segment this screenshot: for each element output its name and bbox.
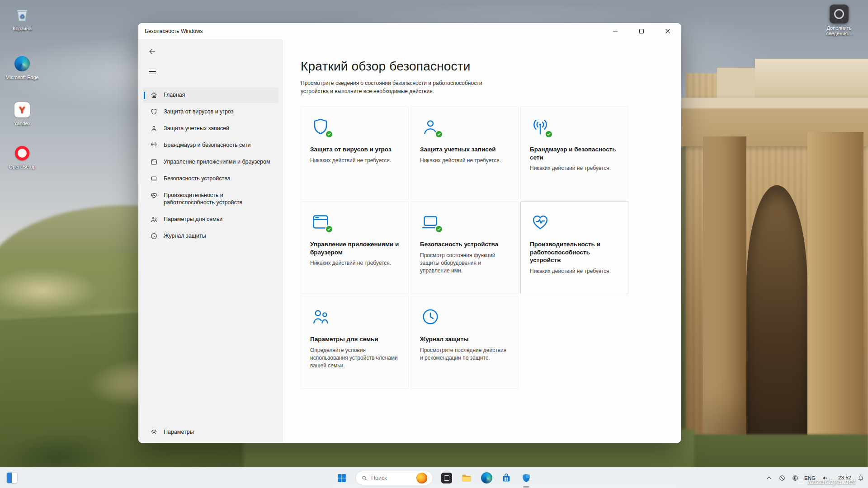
file-explorer-icon[interactable] [460, 472, 473, 484]
security-main-panel: Краткий обзор безопасности Просмотрите с… [283, 39, 681, 443]
tray-chevron-icon[interactable] [765, 474, 773, 482]
close-button[interactable] [655, 23, 681, 39]
widgets-icon[interactable] [5, 472, 18, 484]
status-ok-icon [325, 130, 333, 138]
card-device-performance-health[interactable]: Производительность и работоспособность у… [520, 201, 628, 294]
card-title: Производительность и работоспособность у… [530, 240, 619, 264]
sidebar-item-protection-history[interactable]: Журнал защиты [143, 228, 278, 244]
status-ok-icon [325, 225, 333, 233]
network-signal-icon [530, 117, 551, 137]
card-description: Никаких действий не требуется. [310, 157, 399, 164]
tray-blocked-icon[interactable] [778, 474, 786, 482]
card-protection-history[interactable]: Журнал защиты Просмотрите последние дейс… [410, 296, 519, 389]
wallpaper-bridge-pillar [807, 132, 864, 474]
sidebar-item-app-browser-control[interactable]: Управление приложениями и браузером [143, 154, 278, 170]
sidebar-item-home[interactable]: Главная [143, 87, 278, 103]
laptop-icon [150, 175, 158, 183]
desktop-icon-opera-setup[interactable]: OperaSetup [3, 144, 42, 169]
desktop-icon-label: Microsoft Edge [5, 75, 38, 80]
card-app-browser-control[interactable]: Управление приложениями и браузером Ника… [301, 201, 409, 294]
task-view-icon[interactable] [440, 472, 453, 484]
security-sidebar: Главная Защита от вирусов и угроз Защита… [138, 39, 283, 443]
laptop-icon [420, 211, 441, 232]
card-description: Просмотрите последние действия и рекомен… [420, 347, 509, 362]
sidebar-item-label: Защита учетных записей [164, 125, 229, 132]
card-account-protection[interactable]: Защита учетных записей Никаких действий … [410, 106, 519, 199]
card-title: Журнал защиты [420, 335, 509, 343]
card-title: Брандмауэр и безопасность сети [530, 145, 619, 161]
card-description: Никаких действий не требуется. [530, 267, 619, 275]
heart-pulse-icon [530, 211, 551, 232]
status-ok-icon [435, 225, 443, 233]
yandex-icon: Y [13, 100, 32, 119]
card-description: Никаких действий не требуется. [530, 164, 619, 172]
sidebar-item-virus-protection[interactable]: Защита от вирусов и угроз [143, 104, 278, 120]
desktop-icon-yandex[interactable]: Y Yandex [3, 100, 42, 126]
windows-security-window: Безопасность Windows Главная [138, 23, 681, 443]
sidebar-item-account-protection[interactable]: Защита учетных записей [143, 121, 278, 136]
window-titlebar[interactable]: Безопасность Windows [138, 23, 681, 39]
family-icon [150, 216, 158, 223]
status-ok-icon [545, 130, 553, 138]
app-window-icon [310, 211, 331, 232]
card-description: Определяйте условия использования устрой… [310, 347, 399, 370]
heart-pulse-icon [150, 192, 158, 199]
desktop-icon-label: Yandex [14, 121, 31, 126]
minimize-button[interactable] [602, 23, 628, 39]
clock-icon [420, 306, 441, 327]
family-icon [310, 306, 331, 327]
watermark-text: kazachya.net [807, 477, 855, 486]
start-button[interactable] [335, 472, 348, 484]
card-device-security[interactable]: Безопасность устройства Просмотр состоян… [410, 201, 519, 294]
notification-bell-icon[interactable] [857, 474, 864, 482]
sidebar-item-settings[interactable]: Параметры [150, 428, 194, 436]
card-title: Защита от вирусов и угроз [310, 145, 399, 154]
taskbar-search[interactable] [355, 471, 433, 485]
security-cards-grid: Защита от вирусов и угроз Никаких действ… [301, 106, 630, 389]
sidebar-item-label: Брандмауэр и безопасность сети [164, 141, 251, 149]
desktop-icon-info[interactable]: Дополнить сведения... [816, 5, 862, 36]
card-firewall-network[interactable]: Брандмауэр и безопасность сети Никаких д… [520, 106, 628, 199]
opera-icon [13, 144, 32, 163]
sidebar-footer-label: Параметры [164, 429, 194, 435]
store-icon[interactable] [500, 472, 513, 484]
card-title: Параметры для семьи [310, 335, 399, 343]
recycle-bin-icon: ♻ [13, 5, 32, 24]
svg-text:♻: ♻ [19, 13, 25, 20]
info-badge-label: Дополнить сведения... [816, 25, 862, 36]
desktop-icon-recycle-bin[interactable]: ♻ Корзина [3, 5, 42, 31]
sidebar-item-performance-health[interactable]: Производительность и работоспособность у… [143, 188, 278, 211]
edge-icon[interactable] [480, 472, 493, 484]
card-description: Никаких действий не требуется. [310, 259, 399, 267]
shield-icon [310, 117, 331, 137]
search-input[interactable] [371, 475, 413, 481]
sidebar-item-family-options[interactable]: Параметры для семьи [143, 211, 278, 227]
page-subtitle: Просмотрите сведения о состоянии безопас… [301, 79, 482, 95]
card-title: Управление приложениями и браузером [310, 240, 399, 256]
search-highlights-icon[interactable] [416, 473, 427, 483]
card-description: Просмотр состояния функций защиты оборуд… [420, 252, 509, 275]
card-title: Безопасность устройства [420, 240, 509, 249]
card-virus-threat-protection[interactable]: Защита от вирусов и угроз Никаких действ… [301, 106, 409, 199]
desktop-icon-label: Корзина [13, 26, 32, 31]
windows-security-icon[interactable] [520, 472, 533, 484]
person-icon [420, 117, 441, 137]
back-button[interactable] [145, 45, 160, 58]
sidebar-item-label: Управление приложениями и браузером [164, 158, 270, 165]
desktop-icon-edge[interactable]: Microsoft Edge [3, 54, 42, 80]
maximize-button[interactable] [628, 23, 655, 39]
clock-icon [150, 232, 158, 240]
card-description: Никаких действий не требуется. [420, 157, 509, 164]
desktop-icon-label: OperaSetup [9, 164, 35, 169]
hamburger-menu-button[interactable] [145, 66, 160, 77]
sidebar-item-label: Журнал защиты [164, 232, 206, 239]
sidebar-item-firewall-network[interactable]: Брандмауэр и безопасность сети [143, 137, 278, 153]
wallpaper-bridge-pillar [703, 136, 746, 439]
sidebar-item-device-security[interactable]: Безопасность устройства [143, 171, 278, 187]
running-app-indicator [523, 486, 529, 488]
watermark-logo-icon [797, 478, 805, 485]
card-family-options[interactable]: Параметры для семьи Определяйте условия … [301, 296, 409, 389]
page-title: Краткий обзор безопасности [301, 59, 681, 74]
gear-icon [150, 428, 158, 436]
info-badge-icon [830, 5, 849, 23]
